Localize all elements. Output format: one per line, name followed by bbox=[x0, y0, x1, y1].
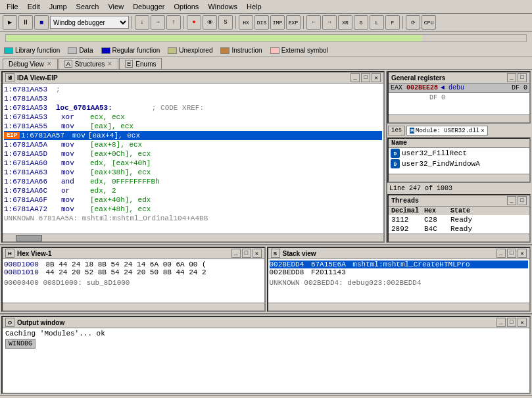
list-button[interactable]: L bbox=[370, 15, 384, 30]
threads-scrollbar[interactable] bbox=[389, 234, 529, 241]
code-line: 1:6781AA72 mov [eax+48h], ecx bbox=[4, 205, 382, 214]
watch-button[interactable]: 👁 bbox=[203, 15, 217, 30]
stack-scrollbar[interactable] bbox=[268, 303, 530, 311]
disasm-button[interactable]: DIS bbox=[254, 15, 269, 30]
toolbar-separator bbox=[132, 16, 132, 29]
hex-scrollbar[interactable] bbox=[3, 303, 264, 311]
hex-maximize[interactable]: □ bbox=[242, 249, 251, 258]
menu-search[interactable]: Search bbox=[72, 1, 103, 12]
windbg-prompt[interactable]: WINDBG bbox=[5, 339, 36, 349]
step-into-button[interactable]: ↓ bbox=[135, 15, 149, 30]
debug-arrow: ◄ debu bbox=[441, 84, 464, 91]
hex-header: H Hex View-1 _ □ ✕ bbox=[3, 248, 264, 259]
hex-addr-1: 008D1000 bbox=[4, 261, 39, 268]
menu-view[interactable]: View bbox=[104, 1, 128, 12]
threads-maximize[interactable]: □ bbox=[518, 196, 527, 205]
stack-panel: S Stack view _ □ ✕ 002BEDD4 67A15E6A msh… bbox=[267, 247, 531, 312]
stack-close[interactable]: ✕ bbox=[518, 249, 527, 258]
menu-edit[interactable]: Edit bbox=[24, 1, 44, 12]
module-item[interactable]: D user32_FindWindowA bbox=[389, 159, 529, 169]
ies-tab[interactable]: ies bbox=[388, 126, 405, 136]
ida-view-close[interactable]: ✕ bbox=[372, 73, 381, 82]
ida-view-title-label: IDA View-EIP bbox=[17, 74, 58, 82]
legend-library-label: Library function bbox=[15, 47, 60, 54]
ida-view-maximize[interactable]: □ bbox=[361, 73, 370, 82]
stack-label-1: mshtml:mshtml_CreateHTMLPro bbox=[352, 261, 470, 268]
menu-options[interactable]: Options bbox=[170, 1, 203, 12]
graph-button[interactable]: G bbox=[354, 15, 368, 30]
ida-view-scrollbar-h[interactable] bbox=[3, 234, 383, 241]
step-over-button[interactable]: → bbox=[151, 15, 165, 30]
output-controls: _ □ ✕ bbox=[496, 318, 527, 327]
thread-hex-1: C28 bbox=[424, 216, 450, 224]
module-item[interactable]: D user32_FillRect bbox=[389, 148, 529, 159]
threads-minimize[interactable]: _ bbox=[507, 196, 516, 205]
export-button[interactable]: EXP bbox=[286, 15, 301, 30]
registers-scrollbar[interactable] bbox=[389, 114, 529, 122]
cpu-button[interactable]: CPU bbox=[422, 15, 436, 30]
stack-row-1[interactable]: 002BEDD4 67A15E6A mshtml:mshtml_CreateHT… bbox=[270, 261, 529, 268]
sync-button[interactable]: ⟳ bbox=[406, 15, 420, 30]
top-progress-bar bbox=[5, 34, 527, 42]
menu-windows[interactable]: Windows bbox=[204, 1, 241, 12]
menu-help[interactable]: Help bbox=[243, 1, 266, 12]
stack-maximize[interactable]: □ bbox=[507, 249, 516, 258]
import-button[interactable]: IMP bbox=[270, 15, 285, 30]
tab-structures-close[interactable]: ✕ bbox=[107, 61, 112, 67]
tab-enums[interactable]: E Enums bbox=[119, 58, 162, 69]
threads-content[interactable]: 3112 C28 Ready 2892 B4C Ready bbox=[389, 215, 529, 234]
stack-content[interactable]: 002BEDD4 67A15E6A mshtml:mshtml_CreateHT… bbox=[268, 259, 530, 303]
tab-structures[interactable]: A Structures ✕ bbox=[59, 58, 119, 69]
registers-minimize[interactable]: _ bbox=[507, 73, 516, 82]
output-minimize[interactable]: _ bbox=[496, 318, 506, 327]
code-line-eip: EIP 1:6781AA57 mov [eax+4], ecx bbox=[4, 131, 382, 140]
tab-debug-view[interactable]: Debug View ✕ bbox=[3, 59, 58, 69]
breakpoint-button[interactable]: ● bbox=[187, 15, 201, 30]
menu-jump[interactable]: Jump bbox=[45, 1, 71, 12]
menu-debugger[interactable]: Debugger bbox=[129, 1, 168, 12]
thread-row-2[interactable]: 2892 B4C Ready bbox=[389, 224, 529, 234]
forward-button[interactable]: → bbox=[322, 15, 337, 30]
output-maximize[interactable]: □ bbox=[507, 318, 516, 327]
modules-list[interactable]: D user32_FillRect D user32_FindWindowA bbox=[389, 148, 529, 174]
stop-button[interactable]: ■ bbox=[34, 15, 49, 30]
module-name-2: user32_FindWindowA bbox=[402, 160, 480, 168]
back-button[interactable]: ← bbox=[306, 15, 321, 30]
module-tab-close[interactable]: ✕ bbox=[481, 127, 484, 134]
output-title: O Output window bbox=[5, 318, 64, 327]
func-button[interactable]: F bbox=[385, 15, 400, 30]
registers-maximize[interactable]: □ bbox=[518, 73, 527, 82]
hex-button[interactable]: HX bbox=[239, 15, 253, 30]
stack-minimize[interactable]: _ bbox=[496, 249, 506, 258]
hex-content[interactable]: 008D1000 8B 44 24 18 8B 54 24 14 6A 00 6… bbox=[3, 259, 264, 303]
menu-file[interactable]: File bbox=[3, 1, 22, 12]
stack-extra-text: UNKNOWN 002BEDD4: debug023:002BEDD4 bbox=[270, 279, 422, 287]
eax-value: 002BEE28 bbox=[406, 84, 438, 91]
ida-scrollbar-thumb[interactable] bbox=[16, 235, 42, 241]
step-out-button[interactable]: ↑ bbox=[166, 15, 181, 30]
output-content[interactable]: Caching 'Modules'... ok WINDBG bbox=[3, 328, 529, 393]
modules-scrollbar[interactable] bbox=[389, 174, 529, 182]
tab-debug-view-label: Debug View bbox=[9, 61, 44, 68]
hex-minimize[interactable]: _ bbox=[231, 249, 241, 258]
col-state: State bbox=[450, 207, 483, 214]
hex-close[interactable]: ✕ bbox=[253, 249, 262, 258]
thread-row-1[interactable]: 3112 C28 Ready bbox=[389, 215, 529, 224]
stack-button[interactable]: S bbox=[218, 15, 233, 30]
code-line: 1:6781AA55 mov [eax], ecx bbox=[4, 122, 382, 131]
threads-header: Threads _ □ bbox=[389, 195, 529, 207]
module-tab[interactable]: M Module: USER32.dll ✕ bbox=[406, 126, 487, 136]
debugger-select[interactable]: Windbg debugger bbox=[50, 16, 129, 29]
stack-row-2[interactable]: 002BEDD8 F2011143 bbox=[270, 268, 529, 276]
output-close[interactable]: ✕ bbox=[518, 318, 527, 327]
ida-view-minimize[interactable]: _ bbox=[351, 73, 360, 82]
tab-debug-view-close[interactable]: ✕ bbox=[47, 61, 52, 67]
stack-header: S Stack view _ □ ✕ bbox=[268, 248, 530, 259]
play-button[interactable]: ▶ bbox=[3, 15, 17, 30]
code-view[interactable]: 1:6781AA53 ; 1:6781AA53 1:6781AA53 loc_6… bbox=[3, 84, 383, 234]
legend-external-label: External symbol bbox=[281, 47, 328, 54]
pause-button[interactable]: ⏸ bbox=[18, 15, 33, 30]
registers-header: General registers _ □ bbox=[389, 72, 529, 84]
xref-button[interactable]: XR bbox=[338, 15, 352, 30]
registers-content[interactable]: DF 0 bbox=[389, 93, 529, 114]
